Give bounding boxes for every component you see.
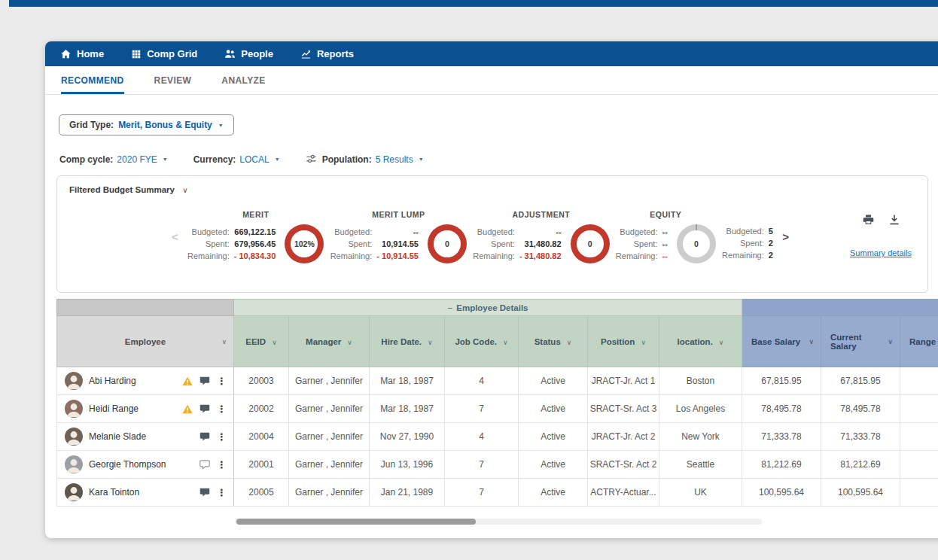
budget-donut-gauge: 0 <box>677 224 716 263</box>
employee-row[interactable]: Georgie Thompson ⋮ 20001 Garner , Jennif… <box>57 451 938 479</box>
nav-item-comp-grid[interactable]: Comp Grid <box>131 48 197 59</box>
warning-icon[interactable] <box>182 404 193 414</box>
sort-icon[interactable]: ∨ <box>641 339 646 346</box>
population-filter[interactable]: Population: 5 Results ▼ <box>306 154 424 165</box>
col-header-eeid[interactable]: EEID∨ <box>234 316 289 367</box>
budget-gauge: MERIT Budgeted:669,122.15 Spent:679,956.… <box>187 210 324 263</box>
employee-row[interactable]: Heidi Range ⋮ 20002 Garner , Jennifer Ma… <box>57 395 938 423</box>
col-header-status[interactable]: Status∨ <box>519 316 588 367</box>
employee-details-group-header[interactable]: −Employee Details <box>234 300 742 316</box>
base-salary-cell: 71,333.78 <box>742 423 821 451</box>
col-header-base-salary[interactable]: Base Salary∨ <box>742 316 821 367</box>
employee-name: Melanie Slade <box>89 431 146 442</box>
col-header-range[interactable]: Range∨ <box>900 316 938 367</box>
scrollbar-thumb[interactable] <box>236 519 476 525</box>
filter-bar: Comp cycle: 2020 FYE ▼ Currency: LOCAL ▼… <box>59 154 938 165</box>
avatar <box>65 483 83 501</box>
budget-summary-toggle[interactable]: Filtered Budget Summary ∨ <box>69 185 187 194</box>
comment-icon[interactable] <box>199 403 210 414</box>
col-header-location[interactable]: location.∨ <box>659 316 742 367</box>
nav-item-reports[interactable]: Reports <box>300 48 354 59</box>
sort-icon[interactable]: ∨ <box>347 339 352 346</box>
col-header-manager[interactable]: Manager∨ <box>289 316 370 367</box>
sort-icon[interactable]: ∨ <box>221 338 227 345</box>
sort-icon[interactable]: ∨ <box>567 339 572 346</box>
col-header-hire-date[interactable]: Hire Date.∨ <box>370 316 445 367</box>
comment-icon[interactable] <box>199 376 210 386</box>
sort-icon[interactable]: ∨ <box>719 339 724 346</box>
budgeted-label: Budgeted: <box>334 227 372 236</box>
sort-icon[interactable]: ∨ <box>888 338 893 345</box>
kebab-menu-icon[interactable]: ⋮ <box>217 432 227 442</box>
comment-icon[interactable] <box>199 431 210 442</box>
gauges-prev-button[interactable]: < <box>169 230 181 243</box>
col-header-current-salary[interactable]: Current Salary∨ <box>821 316 900 367</box>
summary-details-link[interactable]: Summary details <box>850 248 912 257</box>
employee-cell: Georgie Thompson ⋮ <box>57 451 234 479</box>
col-header-position[interactable]: Position∨ <box>588 316 659 367</box>
print-icon[interactable] <box>862 214 875 226</box>
donut-percent: 0 <box>445 239 449 248</box>
range-cell: 63 <box>900 479 938 507</box>
tab-analyze[interactable]: ANALYZE <box>221 66 265 94</box>
range-cell: 90 <box>900 451 938 479</box>
base-salary-cell: 78,495.78 <box>742 395 821 423</box>
spent-value: 31,480.82 <box>525 239 562 248</box>
col-header-job-code[interactable]: Job Code.∨ <box>445 316 519 367</box>
grid-type-dropdown[interactable]: Grid Type: Merit, Bonus & Equity ▼ <box>59 114 234 135</box>
warning-icon[interactable] <box>182 376 193 386</box>
tab-review[interactable]: REVIEW <box>154 66 192 94</box>
sort-icon[interactable]: ∨ <box>503 339 508 346</box>
col-header-employee[interactable]: Employee∨ <box>57 316 234 367</box>
eeid-cell: 20004 <box>234 423 289 451</box>
caret-down-icon: ▼ <box>419 157 424 162</box>
kebab-menu-icon[interactable]: ⋮ <box>217 460 227 470</box>
budgeted-label: Budgeted: <box>620 227 657 236</box>
col-label: location. <box>678 337 713 346</box>
group-header-row: −Employee Details <box>57 300 938 316</box>
kebab-menu-icon[interactable]: ⋮ <box>217 404 227 414</box>
reports-icon <box>300 48 312 59</box>
manager-cell: Garner , Jennifer <box>289 423 370 451</box>
currency-filter[interactable]: Currency: LOCAL ▼ <box>193 154 280 165</box>
kebab-menu-icon[interactable]: ⋮ <box>217 376 227 386</box>
sort-icon[interactable]: ∨ <box>809 338 814 345</box>
main-nav: Home Comp Grid People Reports <box>45 41 938 66</box>
nav-item-people[interactable]: People <box>224 48 273 59</box>
comment-icon[interactable] <box>199 459 210 470</box>
manager-cell: Garner , Jennifer <box>289 451 370 479</box>
remaining-value: - 31,480.82 <box>519 251 562 260</box>
tab-recommend[interactable]: RECOMMEND <box>61 66 124 94</box>
sort-icon[interactable]: ∨ <box>428 339 433 346</box>
nav-item-home[interactable]: Home <box>60 48 104 59</box>
collapse-icon[interactable]: − <box>448 303 453 312</box>
sort-icon[interactable]: ∨ <box>272 339 277 346</box>
population-label: Population: <box>322 154 372 165</box>
kebab-menu-icon[interactable]: ⋮ <box>217 488 227 498</box>
budgeted-label: Budgeted: <box>192 227 230 236</box>
range-cell: 79 <box>900 423 938 451</box>
budget-donut-gauge: 0 <box>428 224 467 263</box>
job-code-cell: 4 <box>445 367 519 395</box>
home-icon <box>60 48 72 59</box>
horizontal-scrollbar[interactable] <box>235 519 762 525</box>
employee-row[interactable]: Melanie Slade ⋮ 20004 Garner , Jennifer … <box>57 423 938 451</box>
position-cell: ACTRY-Actuar... <box>588 479 659 507</box>
current-salary-cell: 81,212.69 <box>821 451 900 479</box>
employee-row[interactable]: Kara Tointon ⋮ 20005 Garner , Jennifer J… <box>57 479 938 507</box>
manager-cell: Garner , Jennifer <box>289 395 370 423</box>
chevron-down-icon: ∨ <box>182 186 187 194</box>
download-icon[interactable] <box>888 214 900 226</box>
donut-percent: 0 <box>694 239 699 248</box>
eeid-cell: 20001 <box>234 451 289 479</box>
employee-table: −Employee Details Employee∨ EEID∨ Manage… <box>56 299 938 507</box>
comment-icon[interactable] <box>199 487 210 498</box>
employee-row[interactable]: Abi Harding ⋮ 20003 Garner , Jennifer Ma… <box>57 367 938 395</box>
position-cell: SRACT-Sr. Act 3 <box>588 395 659 423</box>
position-cell: JRACT-Jr. Act 2 <box>588 423 659 451</box>
col-label: Position <box>601 337 635 346</box>
range-cell: 90 <box>900 395 938 423</box>
gauges-next-button[interactable]: > <box>779 230 792 243</box>
partial-gauge: Budgeted:5 Spent:2 Remaining:2 <box>722 213 773 260</box>
comp-cycle-filter[interactable]: Comp cycle: 2020 FYE ▼ <box>59 154 168 165</box>
